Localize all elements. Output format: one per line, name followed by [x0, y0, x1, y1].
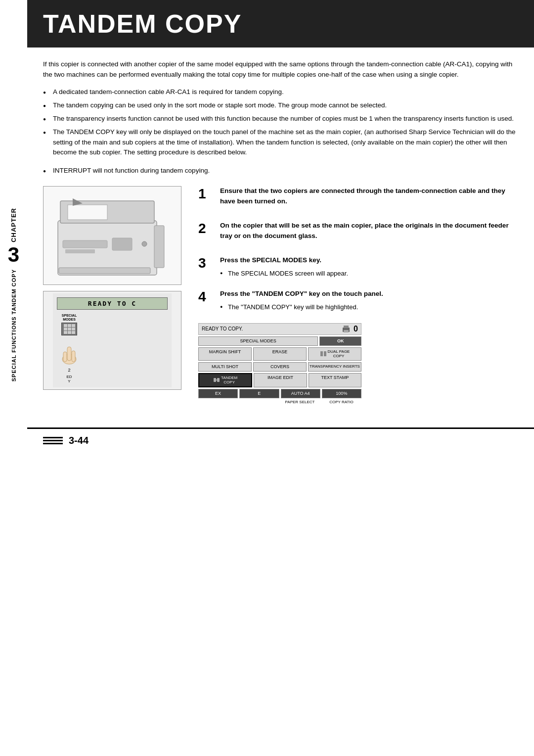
svg-rect-15: [344, 330, 349, 332]
text-stamp-btn[interactable]: TEXT STAMP: [309, 373, 361, 387]
svg-rect-16: [320, 351, 323, 356]
image-edit-btn[interactable]: IMAGE EDIT: [254, 373, 307, 387]
copy-ratio-label: COPY RATIO: [321, 400, 361, 404]
step-2: 2 On the copier that will be set as the …: [198, 221, 518, 244]
tandem-copy-label: TANDEMCOPY: [221, 376, 237, 385]
svg-rect-14: [344, 326, 349, 328]
step-2-content: On the copier that will be set as the ma…: [220, 221, 518, 244]
step-1-number: 1: [198, 187, 213, 201]
panel-row-2: MULTI SHOT COVERS TRANSPARENCY INSERTS: [198, 362, 361, 372]
svg-rect-11: [63, 352, 67, 362]
step-3-number: 3: [198, 256, 213, 270]
list-item: A dedicated tandem-connection cable AR-C…: [43, 87, 518, 97]
panel-status-bar: READY TO COPY. 0: [198, 323, 361, 335]
list-item: The tandem copying can be used only in t…: [43, 100, 518, 111]
dual-page-copy-btn[interactable]: DUAL PAGECOPY: [308, 347, 361, 361]
auto-a4-btn[interactable]: AUTO A4: [281, 389, 320, 398]
ready-to-copy-status: READY TO COPY.: [202, 326, 243, 331]
svg-rect-17: [324, 351, 326, 356]
panel-bottom-row: EX E AUTO A4 100%: [198, 389, 361, 398]
ok-button[interactable]: OK: [319, 336, 361, 346]
step-1-text: Ensure that the two copiers are connecte…: [220, 186, 518, 207]
right-steps: 1 Ensure that the two copiers are connec…: [198, 186, 518, 405]
margin-shift-btn[interactable]: MARGIN SHIFT: [198, 347, 252, 361]
sidebar-chapter-label: CHAPTER: [10, 208, 17, 242]
pi-special-modes: SPECIALMODES: [57, 314, 82, 383]
special-modes-label: SPECIALMODES: [62, 314, 77, 321]
list-item: The TANDEM COPY key will only be display…: [43, 127, 518, 158]
page-number: 3-44: [69, 435, 89, 446]
svg-rect-6: [59, 268, 150, 274]
interrupt-note: INTERRUPT will not function during tande…: [43, 166, 518, 176]
svg-rect-12: [72, 351, 75, 362]
step-4-note: The "TANDEM COPY" key will be highlighte…: [220, 302, 518, 312]
finger-icon: [57, 337, 82, 367]
erase-btn[interactable]: ERASE: [253, 347, 307, 361]
special-modes-icon: [61, 323, 77, 335]
step-4-text: Press the "TANDEM COPY" key on the touch…: [220, 289, 518, 299]
panel-image-bottom: READY TO C SPECIALMODES: [43, 291, 181, 390]
covers-btn[interactable]: COVERS: [253, 362, 307, 372]
svg-rect-3: [154, 226, 164, 268]
svg-rect-5: [112, 238, 132, 250]
page-title: TANDEM COPY: [43, 9, 518, 39]
panel-illustration: READY TO C SPECIALMODES: [53, 293, 172, 387]
copier-image-top: [43, 186, 181, 285]
svg-point-7: [142, 241, 147, 246]
svg-rect-2: [68, 205, 107, 220]
panel-bottom-labels: PAPER SELECT COPY RATIO: [198, 400, 361, 404]
svg-rect-10: [67, 347, 71, 361]
left-images: READY TO C SPECIALMODES: [43, 186, 186, 405]
bullet-list: A dedicated tandem-connection cable AR-C…: [43, 87, 518, 158]
tandem-copy-icon: [213, 377, 220, 383]
svg-rect-8: [65, 249, 95, 253]
panel-zero: 0: [354, 325, 358, 333]
step-3: 3 Press the SPECIAL MODES key. The SPECI…: [198, 255, 518, 278]
copy-ratio-btn[interactable]: 100%: [322, 389, 361, 398]
svg-rect-18: [214, 378, 216, 382]
intro-paragraph: If this copier is connected with another…: [43, 59, 518, 80]
step-3-note: The SPECIAL MODES screen will appear.: [220, 269, 518, 279]
modes-grid: [64, 324, 75, 334]
main-content: If this copier is connected with another…: [27, 47, 534, 418]
step-4: 4 Press the "TANDEM COPY" key on the tou…: [198, 289, 518, 312]
sidebar-chapter-number: 3: [8, 244, 19, 265]
sidebar-section-label: SPECIAL FUNCTIONS Tandem copy: [11, 269, 17, 381]
dual-page-icon: [320, 351, 327, 357]
step-3-text: Press the SPECIAL MODES key.: [220, 255, 518, 266]
ex-btn[interactable]: EX: [198, 389, 238, 398]
transparency-inserts-btn[interactable]: TRANSPARENCY INSERTS: [308, 362, 361, 372]
sidebar: CHAPTER 3 SPECIAL FUNCTIONS Tandem copy: [0, 208, 27, 381]
special-modes-status-btn[interactable]: SPECIAL MODES: [198, 336, 318, 346]
e-btn[interactable]: E: [239, 389, 279, 398]
pi-num-row: 2: [68, 368, 70, 373]
step-2-text: On the copier that will be set as the ma…: [220, 221, 518, 241]
step-1: 1 Ensure that the two copiers are connec…: [198, 186, 518, 210]
multi-shot-btn[interactable]: MULTI SHOT: [198, 362, 252, 372]
footer-lines: [43, 437, 63, 444]
step-1-content: Ensure that the two copiers are connecte…: [220, 186, 518, 210]
touch-panel-mockup: READY TO COPY. 0 SPECIAL MODES OK: [198, 323, 361, 404]
panel-row-1: MARGIN SHIFT ERASE DUAL PAGECOPY: [198, 347, 361, 361]
paper-select-label: PAPER SELECT: [280, 400, 320, 404]
list-item: The transparency inserts function cannot…: [43, 114, 518, 124]
footer: 3-44: [27, 427, 534, 452]
dual-page-copy-label: DUAL PAGECOPY: [328, 349, 350, 359]
ready-to-copy-text: READY TO C: [88, 300, 136, 307]
step-4-number: 4: [198, 290, 213, 304]
svg-rect-4: [63, 240, 107, 248]
tandem-copy-btn[interactable]: TANDEMCOPY: [198, 373, 252, 387]
title-bar: TANDEM COPY: [27, 0, 534, 47]
step-3-content: Press the SPECIAL MODES key. The SPECIAL…: [220, 255, 518, 278]
step-2-number: 2: [198, 222, 213, 236]
panel-display-screen: READY TO C: [57, 297, 168, 310]
panel-row-3: TANDEMCOPY IMAGE EDIT TEXT STAMP: [198, 373, 361, 387]
panel-special-modes-row: SPECIAL MODES OK: [198, 336, 361, 346]
steps-section: READY TO C SPECIALMODES: [43, 186, 518, 405]
svg-rect-19: [217, 378, 220, 382]
pi-ed: ED Y: [66, 375, 72, 383]
step-4-content: Press the "TANDEM COPY" key on the touch…: [220, 289, 518, 312]
printer-icon: [342, 325, 351, 333]
pi-controls: SPECIALMODES: [57, 314, 168, 383]
